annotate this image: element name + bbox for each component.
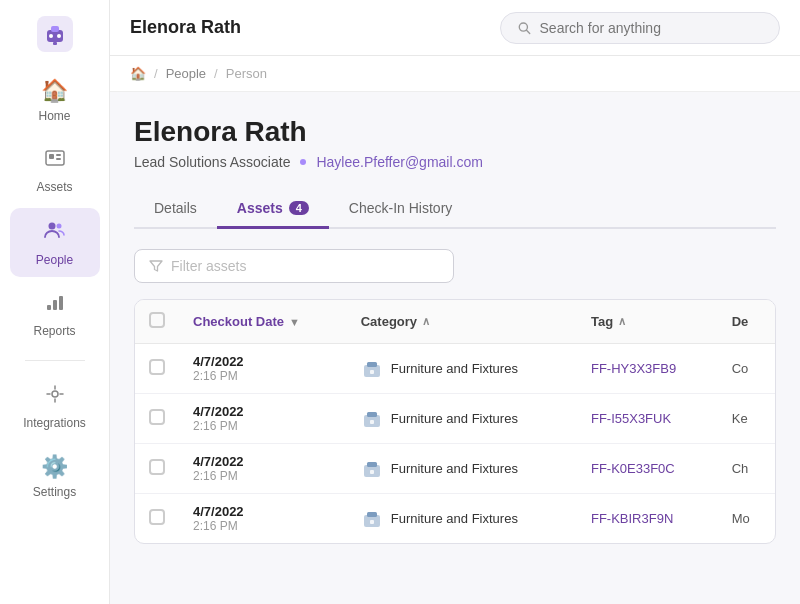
row-checkbox[interactable] — [149, 509, 165, 525]
person-email: Haylee.Pfeffer@gmail.com — [316, 154, 482, 170]
row-tag: FF-KBIR3F9N — [577, 494, 718, 544]
sidebar-item-reports[interactable]: Reports — [10, 281, 100, 348]
svg-rect-28 — [370, 520, 374, 524]
row-category: Furniture and Fixtures — [347, 394, 577, 444]
row-checkbox[interactable] — [149, 409, 165, 425]
svg-rect-13 — [53, 300, 57, 310]
category-icon — [361, 508, 383, 530]
svg-rect-9 — [56, 158, 61, 160]
assets-icon — [44, 147, 66, 175]
row-checkbox[interactable] — [149, 459, 165, 475]
search-input[interactable] — [540, 20, 763, 36]
tab-details[interactable]: Details — [134, 190, 217, 229]
sidebar-item-label: People — [36, 253, 73, 267]
search-icon — [517, 20, 532, 36]
row-checkbox-cell[interactable] — [135, 444, 179, 494]
svg-point-4 — [57, 34, 61, 38]
row-tag: FF-HY3X3FB9 — [577, 344, 718, 394]
sidebar-item-label: Home — [38, 109, 70, 123]
row-checkbox-cell[interactable] — [135, 394, 179, 444]
svg-rect-12 — [47, 305, 51, 310]
people-icon — [43, 218, 67, 248]
person-name: Elenora Rath — [134, 116, 776, 148]
svg-rect-2 — [51, 26, 59, 32]
filter-icon — [149, 259, 163, 273]
header-tag[interactable]: Tag ∧ — [577, 300, 718, 344]
sidebar-item-label: Integrations — [23, 416, 86, 430]
header-checkout-date[interactable]: Checkout Date ▼ — [179, 300, 347, 344]
svg-rect-18 — [367, 362, 377, 367]
breadcrumb-home[interactable]: 🏠 — [130, 66, 146, 81]
sort-icon-category: ∧ — [422, 315, 430, 328]
row-checkbox[interactable] — [149, 359, 165, 375]
sidebar-item-home[interactable]: 🏠 Home — [10, 68, 100, 133]
category-icon — [361, 458, 383, 480]
svg-rect-19 — [370, 370, 374, 374]
svg-rect-8 — [56, 154, 61, 156]
filter-row: Filter assets — [134, 249, 776, 283]
page-title: Elenora Rath — [130, 17, 241, 38]
row-date: 4/7/2022 2:16 PM — [179, 394, 347, 444]
svg-rect-22 — [370, 420, 374, 424]
sidebar-item-label: Assets — [36, 180, 72, 194]
breadcrumb-people[interactable]: People — [166, 66, 206, 81]
header-detail: De — [718, 300, 775, 344]
sidebar-item-label: Settings — [33, 485, 76, 499]
person-dot — [300, 159, 306, 165]
sort-icon-checkout: ▼ — [289, 316, 300, 328]
category-icon — [361, 408, 383, 430]
tab-assets[interactable]: Assets 4 — [217, 190, 329, 229]
person-meta: Lead Solutions Associate Haylee.Pfeffer@… — [134, 154, 776, 170]
main-content: Elenora Rath 🏠 / People / Person Elenora… — [110, 0, 800, 604]
sidebar-item-label: Reports — [33, 324, 75, 338]
svg-rect-14 — [59, 296, 63, 310]
sort-icon-tag: ∧ — [618, 315, 626, 328]
row-tag: FF-K0E33F0C — [577, 444, 718, 494]
assets-table: Checkout Date ▼ Category ∧ — [134, 299, 776, 544]
integrations-icon — [44, 383, 66, 411]
home-icon: 🏠 — [41, 78, 68, 104]
row-checkbox-cell[interactable] — [135, 344, 179, 394]
topbar: Elenora Rath — [110, 0, 800, 56]
breadcrumb: 🏠 / People / Person — [110, 56, 800, 92]
table-row: 4/7/2022 2:16 PM Furniture and Fixtures … — [135, 494, 775, 544]
table-row: 4/7/2022 2:16 PM Furniture and Fixtures … — [135, 444, 775, 494]
svg-rect-7 — [49, 154, 54, 159]
row-category: Furniture and Fixtures — [347, 344, 577, 394]
row-detail: Ch — [718, 444, 775, 494]
row-tag: FF-I55X3FUK — [577, 394, 718, 444]
category-icon — [361, 358, 383, 380]
filter-placeholder: Filter assets — [171, 258, 246, 274]
content-area: Elenora Rath Lead Solutions Associate Ha… — [110, 92, 800, 604]
tab-checkin-history[interactable]: Check-In History — [329, 190, 472, 229]
row-category: Furniture and Fixtures — [347, 494, 577, 544]
sidebar-item-people[interactable]: People — [10, 208, 100, 277]
row-detail: Mo — [718, 494, 775, 544]
sidebar: 🏠 Home Assets People — [0, 0, 110, 604]
table-row: 4/7/2022 2:16 PM Furniture and Fixtures … — [135, 344, 775, 394]
svg-rect-27 — [367, 512, 377, 517]
header-category[interactable]: Category ∧ — [347, 300, 577, 344]
header-checkbox[interactable] — [135, 300, 179, 344]
tabs: Details Assets 4 Check-In History — [134, 190, 776, 229]
assets-badge: 4 — [289, 201, 309, 215]
row-detail: Co — [718, 344, 775, 394]
table-row: 4/7/2022 2:16 PM Furniture and Fixtures … — [135, 394, 775, 444]
sidebar-item-assets[interactable]: Assets — [10, 137, 100, 204]
breadcrumb-person: Person — [226, 66, 267, 81]
sidebar-divider — [25, 360, 85, 361]
select-all-checkbox[interactable] — [149, 312, 165, 328]
svg-rect-24 — [367, 462, 377, 467]
sidebar-item-integrations[interactable]: Integrations — [10, 373, 100, 440]
filter-input[interactable]: Filter assets — [134, 249, 454, 283]
row-category: Furniture and Fixtures — [347, 444, 577, 494]
row-checkbox-cell[interactable] — [135, 494, 179, 544]
sidebar-item-settings[interactable]: ⚙️ Settings — [10, 444, 100, 509]
svg-point-11 — [56, 224, 61, 229]
search-bar[interactable] — [500, 12, 780, 44]
svg-rect-5 — [53, 42, 57, 45]
app-logo — [33, 12, 77, 56]
settings-icon: ⚙️ — [41, 454, 68, 480]
svg-rect-25 — [370, 470, 374, 474]
person-role: Lead Solutions Associate — [134, 154, 290, 170]
